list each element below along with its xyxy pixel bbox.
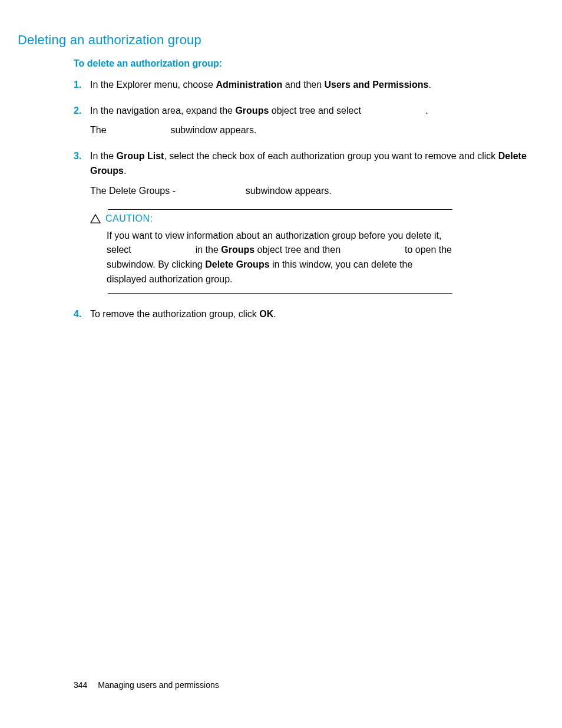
text: object tree and then	[254, 245, 343, 255]
bold-text: Groups	[221, 245, 254, 255]
page-number: 344	[74, 680, 87, 690]
step-number: 2.	[74, 103, 90, 138]
bold-text: OK	[259, 309, 273, 319]
divider	[108, 293, 452, 294]
divider	[108, 209, 452, 210]
bold-text: Administration	[216, 80, 282, 90]
text: .	[124, 166, 126, 176]
step-number: 1.	[74, 77, 90, 93]
step-1: 1. In the Explorer menu, choose Administ…	[74, 77, 544, 93]
page-heading: Deleting an authorization group	[18, 32, 544, 48]
step-text: In the Explorer menu, choose Administrat…	[90, 77, 544, 93]
text: and then	[282, 80, 324, 90]
text: , select the check box of each authoriza…	[164, 151, 498, 161]
text: The	[90, 125, 109, 135]
step-text: In the navigation area, expand the Group…	[90, 103, 544, 138]
step-4: 4. To remove the authorization group, cl…	[74, 307, 544, 322]
content-area: To delete an authorization group: 1. In …	[74, 58, 544, 321]
text: subwindow. By clicking	[107, 259, 205, 269]
text: subwindow appears.	[168, 125, 256, 135]
caution-text: If you want to view information about an…	[107, 229, 454, 287]
step-number: 4.	[74, 307, 90, 322]
bold-text: Users and Permissions	[325, 80, 429, 90]
step-text: In the Group List, select the check box …	[90, 149, 544, 199]
bold-text: Group List	[116, 151, 164, 161]
caution-block: CAUTION: If you want to view information…	[90, 209, 544, 294]
text: to open the	[402, 245, 452, 255]
text: .	[425, 106, 428, 116]
text: The Delete Groups -	[90, 186, 178, 196]
caution-header: CAUTION:	[90, 213, 544, 224]
text: subwindow appears.	[243, 186, 331, 196]
text: In the navigation area, expand the	[90, 106, 235, 116]
page-footer: 344Managing users and permissions	[74, 680, 219, 690]
text: object tree and select	[269, 106, 363, 116]
bold-text: Groups	[235, 106, 269, 116]
text: .	[428, 80, 431, 90]
text: In the Explorer menu, choose	[90, 80, 216, 90]
text: In the	[90, 151, 116, 161]
caution-triangle-icon	[90, 214, 101, 223]
footer-title: Managing users and permissions	[98, 680, 219, 690]
step-text: To remove the authorization group, click…	[90, 307, 544, 322]
step-3: 3. In the Group List, select the check b…	[74, 149, 544, 199]
step-number: 3.	[74, 149, 90, 199]
bold-text: Delete Groups	[205, 259, 269, 269]
step-2: 2. In the navigation area, expand the Gr…	[74, 103, 544, 138]
text: in the	[193, 245, 221, 255]
text: To remove the authorization group, click	[90, 309, 259, 319]
text: .	[273, 309, 276, 319]
section-subheading: To delete an authorization group:	[74, 58, 544, 69]
caution-label: CAUTION:	[105, 213, 153, 224]
